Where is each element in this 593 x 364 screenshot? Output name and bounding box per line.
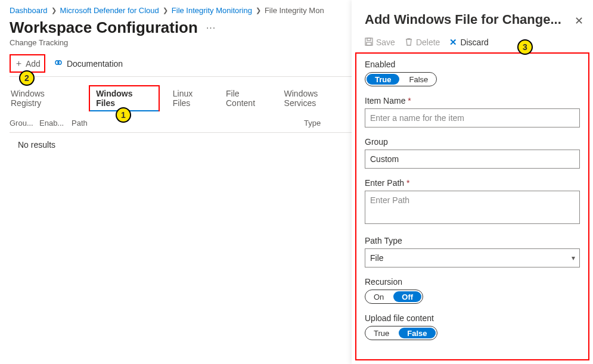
plus-icon: ＋ <box>14 58 23 69</box>
delete-button[interactable]: Delete <box>405 38 440 48</box>
svg-rect-4 <box>367 42 371 45</box>
tab-windows-registry[interactable]: Windows Registry <box>10 85 77 111</box>
tab-file-content[interactable]: File Content <box>225 85 271 111</box>
col-enabled[interactable]: Enab... <box>39 119 69 127</box>
breadcrumb: Dashboard ❯ Microsoft Defender for Cloud… <box>10 6 352 15</box>
group-input[interactable] <box>365 150 580 169</box>
enabled-false[interactable]: False <box>400 73 436 86</box>
tab-linux-files[interactable]: Linux Files <box>172 85 213 111</box>
upload-content-toggle[interactable]: True False <box>365 326 437 340</box>
col-path[interactable]: Path <box>69 119 304 127</box>
svg-point-1 <box>58 61 61 64</box>
path-type-label: Path Type <box>365 236 580 245</box>
breadcrumb-defender[interactable]: Microsoft Defender for Cloud <box>60 6 159 15</box>
recursion-label: Recursion <box>365 277 580 287</box>
add-button[interactable]: ＋ Add <box>10 54 45 73</box>
trash-icon <box>405 38 413 48</box>
chevron-right-icon: ❯ <box>51 7 57 14</box>
tab-windows-files[interactable]: Windows Files <box>89 85 160 111</box>
link-icon <box>54 58 63 69</box>
item-name-input[interactable] <box>365 108 580 127</box>
page-subtitle: Change Tracking <box>10 38 352 47</box>
chevron-right-icon: ❯ <box>256 7 261 14</box>
close-icon[interactable]: ✕ <box>575 14 583 27</box>
svg-rect-3 <box>367 38 371 41</box>
tabs: Windows Registry Windows Files Linux Fil… <box>10 85 352 111</box>
discard-label: Discard <box>460 38 488 47</box>
save-button[interactable]: Save <box>365 38 395 48</box>
item-name-label: Item Name * <box>365 96 580 105</box>
documentation-label: Documentation <box>67 59 123 69</box>
breadcrumb-fim[interactable]: File Integrity Monitoring <box>172 6 252 15</box>
page-title: Workspace Configuration <box>10 18 198 37</box>
enter-path-input[interactable] <box>365 191 580 224</box>
delete-label: Delete <box>416 38 440 47</box>
recursion-toggle[interactable]: On Off <box>365 290 423 304</box>
discard-icon: ✕ <box>449 37 457 48</box>
enter-path-label: Enter Path * <box>365 178 580 188</box>
tab-windows-services[interactable]: Windows Services <box>283 85 352 111</box>
discard-button[interactable]: ✕ Discard <box>449 37 488 48</box>
table-header: Grou... Enab... Path Type <box>10 119 352 133</box>
breadcrumb-current: File Integrity Mon <box>265 6 324 15</box>
col-group[interactable]: Grou... <box>10 119 39 127</box>
path-type-select[interactable] <box>365 248 580 267</box>
upload-false[interactable]: False <box>399 328 435 338</box>
enabled-toggle[interactable]: True False <box>365 72 437 86</box>
recursion-off[interactable]: Off <box>393 291 421 302</box>
enabled-true[interactable]: True <box>367 74 399 85</box>
group-label: Group <box>365 137 580 147</box>
add-file-panel: Add Windows File for Change... ✕ Save De… <box>352 0 593 364</box>
breadcrumb-dashboard[interactable]: Dashboard <box>10 6 48 15</box>
enabled-label: Enabled <box>365 60 580 69</box>
upload-true[interactable]: True <box>365 326 398 340</box>
upload-content-label: Upload file content <box>365 313 580 323</box>
add-button-label: Add <box>26 59 41 69</box>
col-type[interactable]: Type <box>304 119 352 127</box>
panel-title: Add Windows File for Change... <box>365 12 561 27</box>
save-icon <box>365 38 373 48</box>
recursion-on[interactable]: On <box>365 290 392 303</box>
documentation-link[interactable]: Documentation <box>54 58 123 69</box>
save-label: Save <box>376 38 395 47</box>
chevron-right-icon: ❯ <box>163 7 168 14</box>
more-icon[interactable]: ··· <box>206 23 216 33</box>
table-empty: No results <box>10 138 352 150</box>
